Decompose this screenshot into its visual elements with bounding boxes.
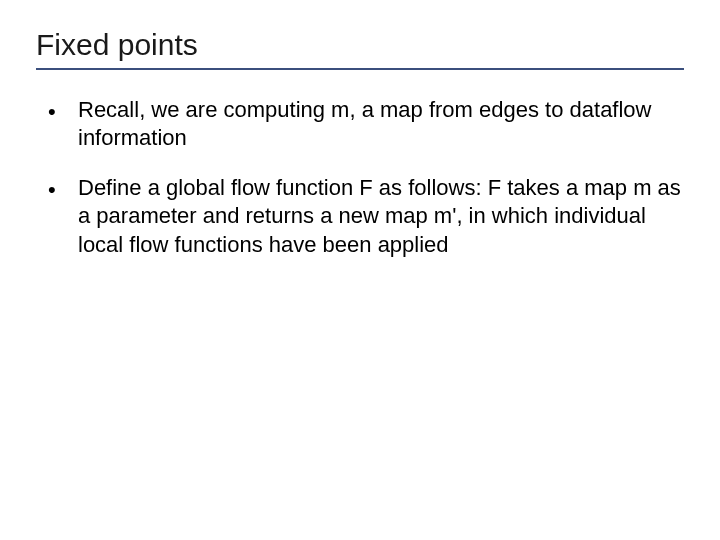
bullet-text: Define a global flow function F as follo…: [78, 174, 684, 258]
slide: Fixed points • Recall, we are computing …: [0, 0, 720, 540]
bullet-marker: •: [48, 96, 78, 126]
bullet-item: • Define a global flow function F as fol…: [48, 174, 684, 258]
bullet-item: • Recall, we are computing m, a map from…: [48, 96, 684, 152]
slide-content: • Recall, we are computing m, a map from…: [36, 96, 684, 259]
slide-title: Fixed points: [36, 28, 684, 62]
bullet-text: Recall, we are computing m, a map from e…: [78, 96, 684, 152]
title-divider: [36, 68, 684, 70]
bullet-marker: •: [48, 174, 78, 204]
